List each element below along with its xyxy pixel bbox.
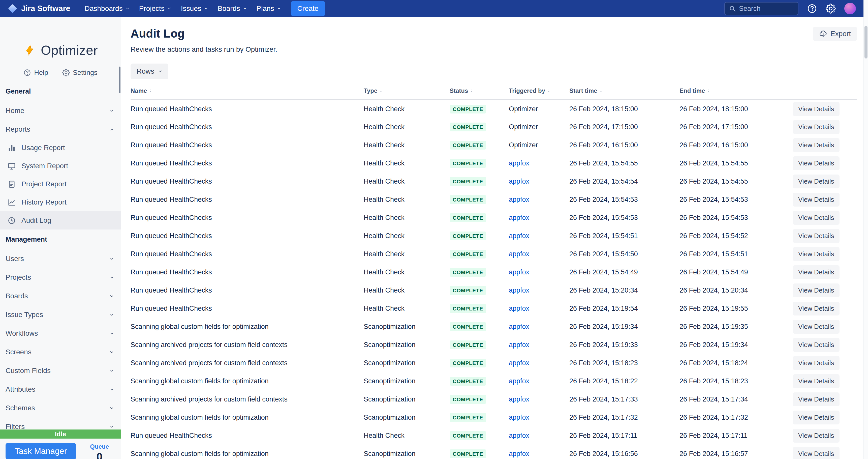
- settings-link[interactable]: Settings: [62, 69, 97, 77]
- start-time: 26 Feb 2024, 15:54:49: [569, 268, 638, 276]
- end-time: 26 Feb 2024, 15:17:11: [680, 432, 747, 439]
- task-type: Scanoptimization: [364, 450, 415, 458]
- view-details-button[interactable]: View Details: [793, 410, 839, 425]
- triggered-by[interactable]: appfox: [509, 250, 529, 258]
- triggered-by[interactable]: appfox: [509, 323, 529, 331]
- create-button[interactable]: Create: [291, 1, 325, 16]
- sidebar-item-boards[interactable]: Boards: [0, 287, 121, 306]
- chevron-down-icon: [243, 6, 247, 10]
- triggered-by[interactable]: appfox: [509, 160, 529, 167]
- view-details-button[interactable]: View Details: [793, 338, 839, 352]
- table-row: Run queued HealthChecks Health Check COM…: [130, 154, 857, 172]
- sidebar-scrollbar[interactable]: [119, 66, 121, 93]
- sidebar-item-custom-fields[interactable]: Custom Fields: [0, 362, 121, 380]
- column-header[interactable]: Name: [130, 87, 147, 94]
- sidebar-item-projects[interactable]: Projects: [0, 268, 121, 287]
- sidebar-item-attributes[interactable]: Attributes: [0, 380, 121, 399]
- sort-icon[interactable]: [470, 88, 473, 93]
- view-details-button[interactable]: View Details: [793, 429, 839, 442]
- sort-icon[interactable]: [379, 88, 383, 93]
- triggered-by[interactable]: appfox: [509, 341, 529, 348]
- view-details-button[interactable]: View Details: [793, 447, 839, 459]
- sidebar-item-home[interactable]: Home: [0, 102, 121, 120]
- view-details-button[interactable]: View Details: [793, 374, 839, 388]
- search-input[interactable]: [739, 5, 794, 12]
- view-details-button[interactable]: View Details: [793, 247, 839, 261]
- column-header[interactable]: Start time: [569, 87, 597, 94]
- sidebar-item-reports[interactable]: Reports: [0, 120, 121, 139]
- global-search[interactable]: [724, 2, 799, 15]
- view-details-button[interactable]: View Details: [793, 211, 839, 225]
- rows-dropdown[interactable]: Rows: [130, 63, 168, 79]
- triggered-by[interactable]: appfox: [509, 196, 529, 203]
- triggered-by[interactable]: appfox: [509, 396, 529, 403]
- page-scrollbar[interactable]: [864, 0, 868, 459]
- sidebar-item-audit-log[interactable]: Audit Log: [0, 211, 121, 229]
- sidebar-item-system-report[interactable]: System Report: [0, 157, 121, 175]
- export-button[interactable]: Export: [813, 27, 857, 41]
- nav-item-issues[interactable]: Issues: [177, 1, 213, 16]
- task-type: Scanoptimization: [364, 413, 415, 421]
- sidebar-item-issue-types[interactable]: Issue Types: [0, 306, 121, 324]
- help-icon[interactable]: [807, 3, 817, 13]
- task-manager-button[interactable]: Task Manager: [5, 443, 76, 459]
- view-details-button[interactable]: View Details: [793, 156, 839, 170]
- sort-icon[interactable]: [149, 88, 153, 93]
- sidebar-section-heading: General: [0, 82, 121, 102]
- view-details-button[interactable]: View Details: [793, 284, 839, 297]
- start-time: 26 Feb 2024, 15:17:32: [569, 413, 638, 421]
- view-details-button[interactable]: View Details: [793, 120, 839, 134]
- nav-item-boards[interactable]: Boards: [214, 1, 251, 16]
- view-details-button[interactable]: View Details: [793, 193, 839, 206]
- view-details-button[interactable]: View Details: [793, 265, 839, 279]
- status-badge: COMPLETE: [450, 231, 486, 240]
- page-scrollbar-thumb[interactable]: [865, 26, 868, 58]
- triggered-by[interactable]: appfox: [509, 214, 529, 222]
- sidebar-item-schemes[interactable]: Schemes: [0, 399, 121, 418]
- view-details-button[interactable]: View Details: [793, 356, 839, 370]
- nav-item-projects[interactable]: Projects: [135, 1, 176, 16]
- sort-icon[interactable]: [599, 88, 603, 93]
- view-details-button[interactable]: View Details: [793, 302, 839, 316]
- end-time: 26 Feb 2024, 15:19:55: [680, 305, 748, 312]
- sidebar-item-users[interactable]: Users: [0, 250, 121, 268]
- triggered-by[interactable]: appfox: [509, 359, 529, 367]
- user-avatar[interactable]: [844, 3, 856, 15]
- sidebar-item-usage-report[interactable]: Usage Report: [0, 139, 121, 157]
- sidebar-item-project-report[interactable]: Project Report: [0, 175, 121, 193]
- view-details-button[interactable]: View Details: [793, 393, 839, 406]
- triggered-by[interactable]: appfox: [509, 450, 529, 458]
- sidebar-item-history-report[interactable]: History Report: [0, 193, 121, 211]
- triggered-by[interactable]: appfox: [509, 268, 529, 276]
- triggered-by[interactable]: appfox: [509, 413, 529, 421]
- column-header[interactable]: Triggered by: [509, 87, 545, 94]
- triggered-by[interactable]: appfox: [509, 232, 529, 239]
- jira-home-link[interactable]: Jira Software: [7, 3, 70, 13]
- column-header[interactable]: End time: [680, 87, 705, 94]
- nav-item-plans[interactable]: Plans: [252, 1, 285, 16]
- sort-icon[interactable]: [547, 88, 551, 93]
- view-details-button[interactable]: View Details: [793, 174, 839, 189]
- gear-icon[interactable]: [826, 3, 836, 13]
- sidebar-item-workflows[interactable]: Workflows: [0, 324, 121, 343]
- column-header[interactable]: Status: [450, 87, 468, 94]
- triggered-by[interactable]: appfox: [509, 432, 529, 439]
- triggered-by[interactable]: appfox: [509, 287, 529, 294]
- task-type: Health Check: [364, 214, 404, 222]
- nav-item-dashboards[interactable]: Dashboards: [81, 1, 134, 16]
- start-time: 26 Feb 2024, 15:54:54: [569, 177, 638, 185]
- column-header[interactable]: Type: [364, 87, 377, 94]
- end-time: 26 Feb 2024, 15:16:57: [680, 450, 748, 458]
- view-details-button[interactable]: View Details: [793, 138, 839, 152]
- view-details-button[interactable]: View Details: [793, 102, 839, 116]
- triggered-by[interactable]: appfox: [509, 177, 529, 185]
- task-type: Health Check: [364, 160, 404, 167]
- view-details-button[interactable]: View Details: [793, 229, 839, 243]
- sidebar-item-screens[interactable]: Screens: [0, 343, 121, 362]
- view-details-button[interactable]: View Details: [793, 320, 839, 334]
- sort-icon[interactable]: [707, 88, 711, 93]
- triggered-by[interactable]: appfox: [509, 377, 529, 385]
- help-link[interactable]: Help: [24, 69, 48, 77]
- status-badge: COMPLETE: [450, 304, 486, 313]
- triggered-by[interactable]: appfox: [509, 305, 529, 312]
